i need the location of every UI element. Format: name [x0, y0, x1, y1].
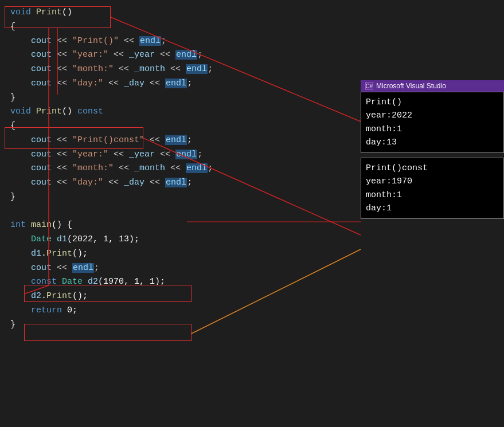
code-line-9: {	[6, 119, 321, 134]
vs-title: Microsoft Visual Studio	[376, 82, 446, 90]
code-line-12: cout << "month:" << _month << endl;	[6, 162, 321, 176]
paren: ()	[62, 7, 72, 17]
code-line-19: cout << endl;	[6, 261, 321, 276]
code-line-21: d2.Print();	[6, 289, 321, 304]
code-line-3: cout << "Print()" << endl;	[6, 34, 321, 49]
output-line-8: day:1	[366, 202, 499, 215]
code-line-7: }	[6, 91, 321, 105]
code-line-5: cout << "month:" << _month << endl;	[6, 62, 321, 77]
code-line-14: }	[6, 190, 321, 205]
output-line-3: month:1	[366, 123, 499, 136]
output-box2: Print()const year:1970 month:1 day:1	[361, 158, 504, 219]
code-line-11: cout << "year:" << _year << endl;	[6, 148, 321, 162]
code-line-6: cout << "day:" << _day << endl;	[6, 77, 321, 91]
code-line-4: cout << "year:" << _year << endl;	[6, 48, 321, 62]
code-line-1: void Print()	[6, 6, 321, 20]
code-line-8: void Print() const	[6, 105, 321, 119]
output-line-1: Print()	[366, 96, 499, 109]
output-box1: Print() year:2022 month:1 day:13	[361, 92, 504, 153]
code-line-15	[6, 205, 321, 219]
code-line-22: return 0;	[6, 304, 321, 318]
code-line-10: cout << "Print()const" << endl;	[6, 134, 321, 148]
output-line-5: Print()const	[366, 162, 499, 175]
code-line-20: const Date d2(1970, 1, 1);	[6, 275, 321, 289]
output-line-2: year:2022	[366, 109, 499, 122]
code-editor: void Print() { cout << "Print()" << endl…	[0, 0, 321, 427]
vs-icon: C#	[365, 82, 373, 90]
code-line-17: Date d1(2022, 1, 13);	[6, 233, 321, 247]
output-line-6: year:1970	[366, 175, 499, 188]
code-line-23: }	[6, 318, 321, 332]
code-line-2: {	[6, 20, 321, 34]
fn-print: Print	[36, 7, 62, 17]
output-panel: C# Microsoft Visual Studio Print() year:…	[361, 80, 504, 219]
output-line-4: day:13	[366, 136, 499, 149]
output-line-7: month:1	[366, 189, 499, 202]
code-line-16: int main() {	[6, 218, 321, 233]
code-line-13: cout << "day:" << _day << endl;	[6, 176, 321, 190]
code-line-18: d1.Print();	[6, 247, 321, 261]
keyword-void: void	[10, 7, 31, 17]
vs-titlebar: C# Microsoft Visual Studio	[361, 80, 504, 92]
